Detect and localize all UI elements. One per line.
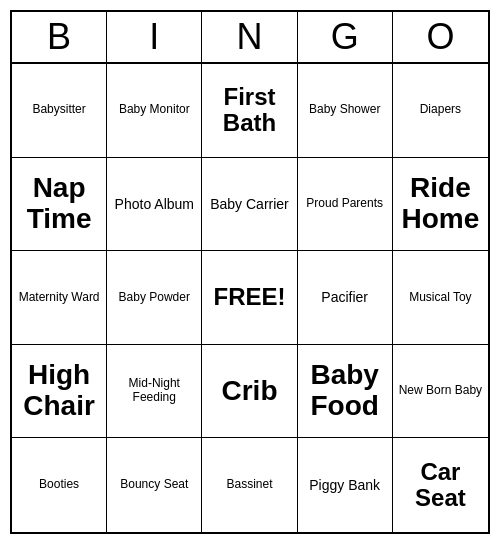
cell-text: Baby Monitor	[119, 103, 190, 117]
bingo-cell: Diapers	[393, 64, 488, 158]
cell-text: Diapers	[420, 103, 461, 117]
bingo-cell: Baby Monitor	[107, 64, 202, 158]
bingo-cell: First Bath	[202, 64, 297, 158]
bingo-cell: Baby Powder	[107, 251, 202, 345]
bingo-cell: High Chair	[12, 345, 107, 439]
bingo-card: BINGO BabysitterBaby MonitorFirst BathBa…	[10, 10, 490, 534]
cell-text: Baby Carrier	[210, 196, 289, 212]
cell-text: Car Seat	[397, 459, 484, 512]
cell-text: Bouncy Seat	[120, 478, 188, 492]
bingo-cell: Nap Time	[12, 158, 107, 252]
cell-text: Pacifier	[321, 289, 368, 305]
bingo-cell: Bouncy Seat	[107, 438, 202, 532]
bingo-cell: Mid-Night Feeding	[107, 345, 202, 439]
cell-text: Maternity Ward	[19, 291, 100, 305]
header-letter: B	[12, 12, 107, 62]
bingo-cell: Baby Food	[298, 345, 393, 439]
cell-text: High Chair	[16, 360, 102, 422]
bingo-cell: Pacifier	[298, 251, 393, 345]
bingo-cell: Car Seat	[393, 438, 488, 532]
bingo-cell: New Born Baby	[393, 345, 488, 439]
bingo-cell: FREE!	[202, 251, 297, 345]
header-letter: N	[202, 12, 297, 62]
cell-text: Nap Time	[16, 173, 102, 235]
cell-text: Proud Parents	[306, 197, 383, 211]
cell-text: FREE!	[213, 284, 285, 310]
header-letter: G	[298, 12, 393, 62]
cell-text: Baby Powder	[119, 291, 190, 305]
cell-text: Piggy Bank	[309, 477, 380, 493]
bingo-cell: Photo Album	[107, 158, 202, 252]
bingo-cell: Bassinet	[202, 438, 297, 532]
cell-text: New Born Baby	[399, 384, 482, 398]
bingo-cell: Baby Carrier	[202, 158, 297, 252]
header-letter: I	[107, 12, 202, 62]
cell-text: Booties	[39, 478, 79, 492]
cell-text: Mid-Night Feeding	[111, 377, 197, 405]
bingo-cell: Crib	[202, 345, 297, 439]
cell-text: First Bath	[206, 84, 292, 137]
bingo-cell: Proud Parents	[298, 158, 393, 252]
cell-text: Musical Toy	[409, 291, 471, 305]
bingo-cell: Babysitter	[12, 64, 107, 158]
cell-text: Bassinet	[226, 478, 272, 492]
cell-text: Crib	[221, 376, 277, 407]
bingo-cell: Musical Toy	[393, 251, 488, 345]
bingo-cell: Maternity Ward	[12, 251, 107, 345]
bingo-grid: BabysitterBaby MonitorFirst BathBaby Sho…	[12, 64, 488, 532]
cell-text: Ride Home	[397, 173, 484, 235]
cell-text: Photo Album	[115, 196, 194, 212]
cell-text: Baby Shower	[309, 103, 380, 117]
bingo-cell: Baby Shower	[298, 64, 393, 158]
bingo-cell: Booties	[12, 438, 107, 532]
bingo-cell: Piggy Bank	[298, 438, 393, 532]
cell-text: Baby Food	[302, 360, 388, 422]
header-letter: O	[393, 12, 488, 62]
bingo-header: BINGO	[12, 12, 488, 64]
bingo-cell: Ride Home	[393, 158, 488, 252]
cell-text: Babysitter	[32, 103, 85, 117]
